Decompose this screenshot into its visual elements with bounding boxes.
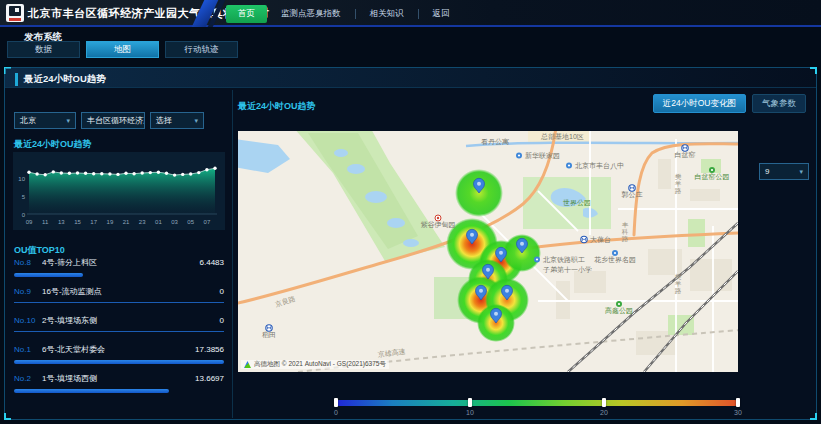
- poi-icon: [612, 250, 618, 256]
- colorbar-marker: [602, 398, 606, 407]
- map-layer-select[interactable]: 9 ▾: [759, 163, 809, 180]
- trend-chart-label: 最近24小时OU趋势: [14, 138, 92, 151]
- trend-point[interactable]: [213, 167, 216, 170]
- poi-icon: [534, 257, 540, 263]
- x-tick-label: 23: [139, 219, 146, 225]
- ranking-row[interactable]: No.16号-北天堂村委会17.3856: [14, 344, 224, 364]
- ou-value: 13.6697: [195, 374, 224, 383]
- scenic-icon: [435, 215, 441, 221]
- filter-bar: 北京 ▾ 丰台区循环经济产 ▾ 选择 ▾: [14, 112, 204, 129]
- trend-point[interactable]: [68, 172, 71, 175]
- map-attribution: 高德地图 © 2021 AutoNavi - GS(2021)6375号: [241, 360, 389, 369]
- trend-point[interactable]: [205, 168, 208, 171]
- trend-chart: 0510091113151719212301030507: [13, 152, 225, 230]
- weather-params-button[interactable]: 气象参数: [752, 94, 806, 113]
- rank-number: No.1: [14, 345, 42, 354]
- monitor-point-name: 4号-筛分上料区: [42, 257, 200, 268]
- city-select-value: 北京: [20, 115, 36, 126]
- colorbar-tick-label: 30: [734, 409, 742, 416]
- ou-value: 0: [220, 287, 224, 296]
- ou-change-map-button[interactable]: 近24小时OU变化图: [653, 94, 746, 113]
- nav-item-back[interactable]: 返回: [433, 8, 450, 20]
- monitor-point-name: 2号-填埋场东侧: [42, 315, 220, 326]
- colorbar-marker: [736, 398, 740, 407]
- x-tick-label: 09: [26, 219, 33, 225]
- trend-point[interactable]: [197, 171, 200, 174]
- trend-point[interactable]: [76, 171, 79, 174]
- map-section-label: 最近24小时OU趋势: [238, 100, 316, 113]
- tab-track[interactable]: 行动轨迹: [165, 41, 238, 58]
- map-label: 新华联家园: [525, 151, 560, 160]
- tab-data[interactable]: 数据: [7, 41, 80, 58]
- app-header: 北京市丰台区循环经济产业园大气恶臭状况实时 首页 监测点恶臭指数 相关知识 返回: [0, 0, 821, 27]
- map-label: 北京铁路职工: [543, 256, 585, 264]
- trend-point[interactable]: [100, 172, 103, 175]
- trend-point[interactable]: [124, 172, 127, 175]
- trend-point[interactable]: [35, 172, 38, 175]
- ou-ranking-list: No.84号-筛分上料区6.4483No.916号-流动监测点0No.102号-…: [14, 257, 224, 402]
- ranking-row[interactable]: No.916号-流动监测点0: [14, 286, 224, 306]
- ou-value-bar: [14, 360, 224, 364]
- nav-item-home[interactable]: 首页: [226, 5, 267, 23]
- trend-point[interactable]: [52, 170, 55, 173]
- metro-icon: [581, 236, 587, 242]
- monitor-point-name: 6号-北天堂村委会: [42, 344, 195, 355]
- trend-point[interactable]: [60, 171, 63, 174]
- map-label: 稻田: [262, 331, 276, 339]
- y-tick-label: 10: [18, 176, 25, 182]
- trend-point[interactable]: [84, 172, 87, 175]
- park-select[interactable]: 丰台区循环经济产 ▾: [81, 112, 145, 129]
- ou-value-bar: [14, 331, 224, 332]
- heat-colorbar-ticks: 0102030: [336, 409, 738, 419]
- colorbar-tick-label: 10: [466, 409, 474, 416]
- poi-icon: [566, 163, 572, 169]
- nav-item-odor-index[interactable]: 监测点恶臭指数: [281, 8, 341, 20]
- ranking-row[interactable]: No.21号-填埋场西侧13.6697: [14, 373, 224, 393]
- trend-point[interactable]: [165, 172, 168, 175]
- metro-icon: [266, 325, 272, 331]
- park-icon: [709, 167, 715, 173]
- chevron-down-icon: ▾: [66, 117, 70, 125]
- trend-point[interactable]: [181, 173, 184, 176]
- main-panel: 最近24小时OU趋势 北京 ▾ 丰台区循环经济产 ▾ 选择 ▾ 最近24小时OU…: [4, 67, 817, 420]
- ranking-row[interactable]: No.102号-填埋场东侧0: [14, 315, 224, 335]
- trend-point[interactable]: [149, 171, 152, 174]
- trend-point[interactable]: [157, 171, 160, 174]
- ou-value-bar: [14, 273, 83, 277]
- metro-icon: [629, 185, 635, 191]
- x-tick-label: 07: [204, 219, 211, 225]
- trend-point[interactable]: [108, 172, 111, 175]
- metro-icon: [682, 145, 688, 151]
- trend-point[interactable]: [132, 172, 135, 175]
- trend-point[interactable]: [116, 173, 119, 176]
- y-tick-label: 0: [22, 212, 26, 218]
- trend-point[interactable]: [27, 171, 30, 174]
- x-tick-label: 01: [155, 219, 162, 225]
- nav-item-knowledge[interactable]: 相关知识: [370, 8, 404, 20]
- ou-value: 6.4483: [200, 258, 224, 267]
- trend-point[interactable]: [189, 172, 192, 175]
- x-tick-label: 17: [90, 219, 97, 225]
- trend-point[interactable]: [141, 171, 144, 174]
- column-divider: [232, 90, 233, 418]
- map-label: 白盆窑公园: [695, 173, 730, 181]
- nav-separator: [418, 9, 419, 19]
- city-select[interactable]: 北京 ▾: [14, 112, 76, 129]
- point-select[interactable]: 选择 ▾: [150, 112, 204, 129]
- trend-point[interactable]: [44, 173, 47, 176]
- poi-icon: [516, 153, 522, 159]
- x-tick-label: 05: [187, 219, 194, 225]
- map-label: 子弟第十一小学: [543, 266, 592, 274]
- ranking-title: OU值TOP10: [14, 244, 65, 257]
- x-tick-label: 13: [58, 219, 65, 225]
- map-layer-select-value: 9: [765, 167, 769, 176]
- map-road-label: 樊羊路: [675, 273, 682, 295]
- tab-map[interactable]: 地图: [86, 41, 159, 58]
- ranking-row[interactable]: No.84号-筛分上料区6.4483: [14, 257, 224, 277]
- heatmap-map[interactable]: 看丹公寓总部基地10区新华联家园北京市丰台八中世界公园大葆台北京铁路职工子弟第十…: [238, 131, 738, 372]
- trend-point[interactable]: [92, 172, 95, 175]
- trend-point[interactable]: [173, 173, 176, 176]
- ou-value: 0: [220, 316, 224, 325]
- app-logo-icon: [6, 4, 24, 22]
- map-label: 白盆窑: [675, 151, 696, 159]
